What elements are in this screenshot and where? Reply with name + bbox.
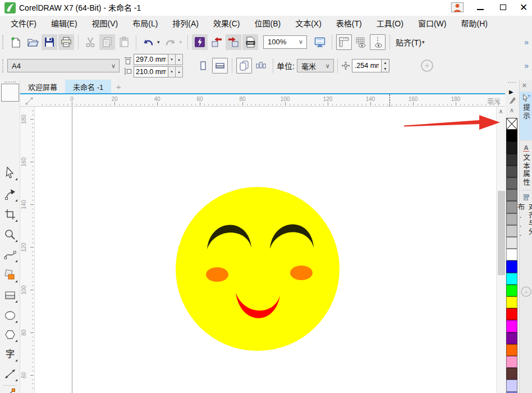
- toolbar-overflow-button[interactable]: »: [524, 38, 528, 47]
- color-swatch-gray-90[interactable]: [506, 141, 517, 153]
- tool-connector[interactable]: [3, 387, 17, 393]
- color-swatch-orange[interactable]: [506, 344, 517, 356]
- undo-dropdown-caret[interactable]: ▾: [157, 39, 160, 45]
- close-button[interactable]: ✕: [513, 0, 532, 15]
- color-swatch-gray-50[interactable]: [506, 189, 517, 201]
- account-button[interactable]: [447, 0, 467, 15]
- spin-down-button[interactable]: ▾: [168, 66, 176, 77]
- menu-item[interactable]: 帮助(H): [453, 16, 494, 32]
- nudge-spinner[interactable]: ▲▼: [381, 59, 389, 72]
- portrait-button[interactable]: [195, 58, 211, 74]
- landscape-button[interactable]: [212, 58, 228, 74]
- color-swatch-gray-70[interactable]: [506, 166, 517, 177]
- zoom-level-combo[interactable]: 100% ∨: [263, 35, 307, 49]
- color-swatch-purple[interactable]: [506, 332, 517, 344]
- tool-ellipse[interactable]: [3, 309, 17, 322]
- color-swatch-black[interactable]: [506, 130, 517, 141]
- vertical-ruler[interactable]: 6080100120140160180: [20, 107, 35, 393]
- horizontal-ruler[interactable]: 毫米 020406080100120140160180: [20, 94, 505, 107]
- propbar-overflow-button[interactable]: »: [524, 61, 528, 70]
- menu-item[interactable]: 文本(X): [288, 16, 329, 32]
- tool-rectangle[interactable]: [3, 289, 17, 302]
- page-height-input[interactable]: [134, 66, 168, 77]
- open-button[interactable]: [25, 34, 40, 50]
- menu-item[interactable]: 工具(O): [369, 16, 411, 32]
- tool-shape[interactable]: [3, 188, 17, 201]
- palette-grip[interactable]: [508, 82, 516, 84]
- tool-crop[interactable]: [3, 208, 17, 221]
- tab-welcome-screen[interactable]: 欢迎屏幕: [20, 80, 65, 93]
- canvas-vertical-scrollbar[interactable]: ∧: [496, 107, 505, 393]
- print-button[interactable]: [58, 34, 74, 50]
- maximize-button[interactable]: [493, 0, 513, 15]
- tool-text[interactable]: 字: [3, 348, 17, 361]
- smiley-face-artwork[interactable]: [35, 107, 496, 393]
- color-swatch-no-color[interactable]: [506, 118, 517, 130]
- spin-up-button[interactable]: ▴: [176, 66, 183, 77]
- docker-close-icon[interactable]: ×: [522, 81, 527, 90]
- add-plus-button[interactable]: +: [421, 60, 433, 72]
- menu-item[interactable]: 窗口(W): [411, 16, 454, 32]
- publish-pdf-button[interactable]: PDF: [242, 34, 258, 50]
- show-rulers-toggle[interactable]: [336, 34, 352, 50]
- spin-down-button[interactable]: ▾: [168, 54, 176, 65]
- palette-scroll-up-icon[interactable]: ∧: [507, 107, 516, 114]
- menu-item[interactable]: 表格(T): [329, 16, 369, 32]
- ruler-origin-icon[interactable]: [25, 97, 33, 105]
- scrollbar-thumb[interactable]: [498, 191, 505, 275]
- menu-item[interactable]: 排列(A): [165, 16, 206, 32]
- spin-up-button[interactable]: ▲: [382, 60, 389, 66]
- nudge-input[interactable]: [352, 59, 381, 72]
- units-combo[interactable]: 毫米 ∨: [297, 59, 334, 72]
- color-swatch-green[interactable]: [506, 285, 517, 296]
- color-swatch-brown[interactable]: [506, 368, 517, 380]
- menu-item[interactable]: 布局(L): [125, 16, 165, 32]
- minimize-button[interactable]: [470, 0, 490, 15]
- page-preset-combo[interactable]: A4 ∨: [7, 59, 120, 72]
- spin-up-button[interactable]: ▴: [176, 54, 183, 65]
- color-swatch-lavender[interactable]: [506, 380, 517, 391]
- save-button[interactable]: [42, 34, 57, 50]
- color-swatch-red[interactable]: [506, 308, 517, 320]
- color-swatch-yellow[interactable]: [506, 296, 517, 308]
- color-swatch-pink[interactable]: [506, 356, 517, 368]
- palette-flyout-arrow-icon[interactable]: ▶: [509, 89, 513, 95]
- color-swatch-gray-60[interactable]: [506, 177, 517, 189]
- tool-smart-fill[interactable]: [3, 268, 17, 282]
- import-button[interactable]: [209, 34, 224, 50]
- tool-pick[interactable]: [3, 166, 17, 180]
- current-page-button[interactable]: [253, 58, 269, 74]
- spin-down-button[interactable]: ▼: [382, 66, 389, 72]
- full-screen-preview-button[interactable]: [312, 34, 328, 50]
- all-pages-button[interactable]: [236, 58, 252, 74]
- toolbar-grip[interactable]: [2, 35, 4, 49]
- tool-freehand[interactable]: [3, 248, 17, 262]
- menu-item[interactable]: 位图(B): [247, 16, 288, 32]
- snap-dropdown-caret[interactable]: ▾: [422, 39, 425, 45]
- color-swatch-blue[interactable]: [506, 261, 517, 272]
- tool-polygon[interactable]: [3, 328, 17, 341]
- docker-tab-hints[interactable]: ? 提示: [520, 92, 532, 140]
- page-width-input[interactable]: [134, 54, 168, 65]
- color-swatch-magenta[interactable]: [506, 320, 517, 332]
- application-launcher-button[interactable]: [192, 34, 208, 50]
- export-button[interactable]: [226, 34, 241, 50]
- tool-zoom[interactable]: [3, 228, 17, 241]
- docker-tab-align-distribute[interactable]: 对齐与分布...: [520, 191, 532, 258]
- new-document-tab-button[interactable]: +: [111, 80, 126, 93]
- palette-eyedropper-icon[interactable]: [507, 97, 516, 106]
- new-document-button[interactable]: [8, 34, 24, 50]
- menu-item[interactable]: 视图(V): [85, 16, 126, 32]
- menu-item[interactable]: 效果(C): [206, 16, 247, 32]
- tool-dimension[interactable]: [3, 367, 17, 381]
- color-swatch-gray-80[interactable]: [506, 154, 517, 166]
- color-swatch-cyan[interactable]: [506, 273, 517, 285]
- docker-tab-text-properties[interactable]: A 文本属性: [520, 141, 532, 190]
- undo-button[interactable]: [140, 34, 156, 50]
- drawing-canvas[interactable]: [35, 107, 496, 393]
- add-docker-button[interactable]: +: [521, 286, 531, 297]
- snap-menu-button[interactable]: 贴齐(T): [396, 36, 421, 48]
- menu-item[interactable]: 文件(F): [3, 16, 44, 32]
- menu-item[interactable]: 编辑(E): [44, 16, 85, 32]
- tab-untitled-1[interactable]: 未命名 -1: [65, 80, 111, 93]
